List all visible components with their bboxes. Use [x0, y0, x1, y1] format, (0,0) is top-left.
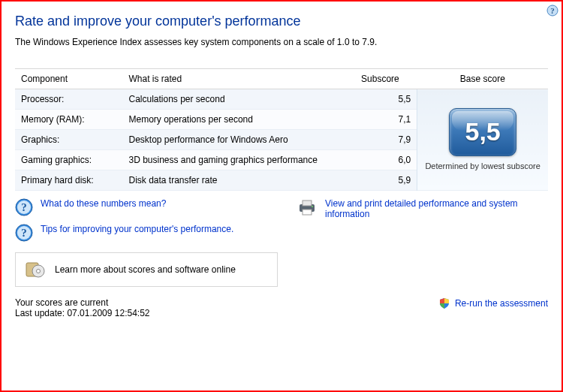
svg-rect-9	[303, 201, 312, 206]
cell-rated: 3D business and gaming graphics performa…	[122, 150, 353, 170]
page-title: Rate and improve your computer's perform…	[15, 14, 548, 29]
cell-component: Graphics:	[15, 130, 122, 150]
links-row: ? What do these numbers mean? ? Tips for…	[15, 198, 548, 249]
link-view-print[interactable]: View and print detailed performance and …	[325, 198, 548, 219]
question-icon: ?	[15, 224, 33, 242]
last-update-text: Last update: 07.01.2009 12:54:52	[15, 308, 150, 318]
base-score-value: 5,5	[465, 117, 500, 146]
question-icon: ?	[15, 198, 33, 216]
help-icon[interactable]: ?	[546, 5, 558, 17]
cell-subscore: 7,9	[354, 130, 417, 150]
intro-text: The Windows Experience Index assesses ke…	[15, 37, 548, 47]
cell-subscore: 5,9	[354, 170, 417, 191]
cell-subscore: 6,0	[354, 150, 417, 170]
link-learn-more[interactable]: Learn more about scores and software onl…	[55, 264, 236, 275]
cell-component: Memory (RAM):	[15, 110, 122, 130]
shield-icon	[438, 297, 450, 309]
col-subscore: Subscore	[354, 69, 417, 89]
cell-component: Primary hard disk:	[15, 170, 122, 191]
col-rated: What is rated	[122, 69, 353, 89]
svg-rect-10	[303, 210, 312, 215]
cell-rated: Desktop performance for Windows Aero	[122, 130, 353, 150]
col-component: Component	[15, 69, 122, 89]
col-basescore: Base score	[417, 69, 548, 89]
software-disc-icon	[25, 261, 46, 279]
cell-rated: Calculations per second	[122, 89, 353, 110]
cell-component: Gaming graphics:	[15, 150, 122, 170]
svg-point-11	[312, 206, 313, 207]
cell-rated: Disk data transfer rate	[122, 170, 353, 191]
svg-text:?: ?	[21, 201, 27, 213]
svg-point-14	[37, 270, 41, 273]
link-rerun-assessment[interactable]: Re-run the assessment	[455, 298, 548, 309]
ratings-table: Component What is rated Subscore Base sc…	[15, 68, 548, 191]
wei-window: ? Rate and improve your computer's perfo…	[0, 0, 563, 392]
svg-text:?: ?	[550, 6, 555, 15]
learn-more-box: Learn more about scores and software onl…	[15, 252, 278, 287]
svg-text:?: ?	[21, 227, 27, 239]
scores-current-text: Your scores are current	[15, 297, 150, 308]
link-numbers-mean[interactable]: What do these numbers mean?	[41, 198, 166, 209]
cell-rated: Memory operations per second	[122, 110, 353, 130]
footer: Your scores are current Last update: 07.…	[15, 297, 548, 318]
cell-subscore: 5,5	[354, 89, 417, 110]
printer-icon	[297, 198, 318, 216]
cell-subscore: 7,1	[354, 110, 417, 130]
link-tips[interactable]: Tips for improving your computer's perfo…	[41, 224, 233, 234]
base-score-caption: Determined by lowest subscore	[423, 161, 542, 171]
base-score-badge: 5,5	[449, 108, 516, 156]
table-row: Processor: Calculations per second 5,5 5…	[15, 89, 548, 110]
cell-component: Processor:	[15, 89, 122, 110]
base-score-cell: 5,5 Determined by lowest subscore	[417, 89, 548, 191]
